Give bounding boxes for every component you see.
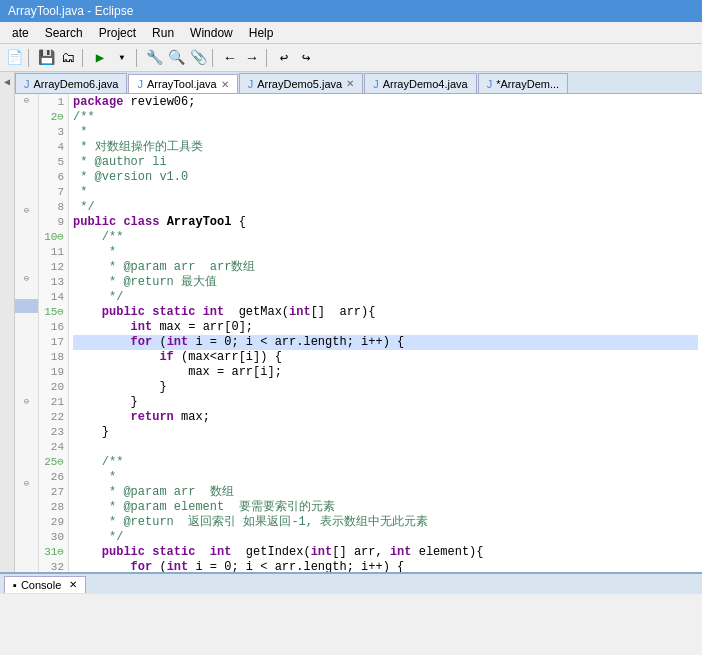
toolbar-run-dropdown[interactable]: ▼ <box>112 48 132 68</box>
code-line-7: * <box>73 185 698 200</box>
code-line-1: package review06; <box>73 95 698 110</box>
ln-19: 19 <box>43 365 64 380</box>
tab-icon-arraytool: J <box>137 78 143 90</box>
ln-17: 17 <box>43 335 64 350</box>
toolbar-save-all[interactable]: 🗂 <box>58 48 78 68</box>
code-line-25: /** <box>73 455 698 470</box>
menu-help[interactable]: Help <box>241 24 282 42</box>
console-close[interactable]: ✕ <box>69 579 77 590</box>
toolbar-redo[interactable]: ↪ <box>296 48 316 68</box>
tab-icon-arraydemo5: J <box>248 78 254 90</box>
gutter-25 <box>15 504 39 518</box>
tab-close-arraytool[interactable]: ✕ <box>221 79 229 90</box>
ln-13: 13 <box>43 275 64 290</box>
code-line-26: * <box>73 470 698 485</box>
toolbar-sep3 <box>136 49 140 67</box>
tab-arraydemo4[interactable]: J ArrayDemo4.java <box>364 73 476 93</box>
toolbar-save[interactable]: 💾 <box>36 48 56 68</box>
code-line-3: * <box>73 125 698 140</box>
gutter-fold-15[interactable]: ⊖ <box>15 272 39 286</box>
gutter-9 <box>15 231 39 245</box>
menu-run[interactable]: Run <box>144 24 182 42</box>
gutter-fold-25[interactable]: ⊖ <box>15 394 39 408</box>
gutter-12 <box>15 285 39 299</box>
code-line-28: * @param element 要需要索引的元素 <box>73 500 698 515</box>
tab-arraydemo-more[interactable]: J *ArrayDem... <box>478 73 568 93</box>
ln-26: 26 <box>43 470 64 485</box>
code-line-15: public static int getMax(int[] arr){ <box>73 305 698 320</box>
tab-close-arraydemo5[interactable]: ✕ <box>346 78 354 89</box>
tab-icon-more: J <box>487 78 493 90</box>
code-line-9: public class ArrayTool { <box>73 215 698 230</box>
ln-27: 27 <box>43 485 64 500</box>
toolbar-btn3[interactable]: 📎 <box>188 48 208 68</box>
tab-label-arraydemo5: ArrayDemo5.java <box>257 78 342 90</box>
gutter-highlight-17 <box>15 299 39 313</box>
ln-10: 10⊖ <box>43 230 64 245</box>
gutter-20 <box>15 422 39 436</box>
ln-24: 24 <box>43 440 64 455</box>
menu-window[interactable]: Window <box>182 24 241 42</box>
code-line-24 <box>73 440 698 455</box>
code-editor[interactable]: package review06; /** * * 对数组操作的工具类 * @a… <box>69 94 702 572</box>
code-line-32: for (int i = 0; i < arr.length; i++) { <box>73 560 698 572</box>
ln-15: 15⊖ <box>43 305 64 320</box>
tab-arraytool[interactable]: J ArrayTool.java ✕ <box>128 74 237 94</box>
gutter-3 <box>15 135 39 149</box>
ln-6: 6 <box>43 170 64 185</box>
toolbar-sep4 <box>212 49 216 67</box>
code-line-29: * @return 返回索引 如果返回-1, 表示数组中无此元素 <box>73 515 698 530</box>
toolbar-fwd[interactable]: → <box>242 48 262 68</box>
ln-8: 8 <box>43 200 64 215</box>
ln-7: 7 <box>43 185 64 200</box>
menu-ate[interactable]: ate <box>4 24 37 42</box>
tab-arraydemo5[interactable]: J ArrayDemo5.java ✕ <box>239 73 363 93</box>
ln-22: 22 <box>43 410 64 425</box>
ln-12: 12 <box>43 260 64 275</box>
toolbar-sep5 <box>266 49 270 67</box>
gutter-27 <box>15 531 39 545</box>
code-line-17: for (int i = 0; i < arr.length; i++) { <box>73 335 698 350</box>
toolbar-btn2[interactable]: 🔍 <box>166 48 186 68</box>
sidebar-collapse-arrow[interactable]: ◀ <box>4 72 10 92</box>
tab-label-arraydemo6: ArrayDemo6.java <box>34 78 119 90</box>
code-line-19: max = arr[i]; <box>73 365 698 380</box>
console-icon: ▪ <box>13 579 17 591</box>
toolbar-btn1[interactable]: 🔧 <box>144 48 164 68</box>
toolbar-new[interactable]: 📄 <box>4 48 24 68</box>
code-line-2: /** <box>73 110 698 125</box>
ln-23: 23 <box>43 425 64 440</box>
ln-16: 16 <box>43 320 64 335</box>
toolbar-undo[interactable]: ↩ <box>274 48 294 68</box>
ln-9: 9 <box>43 215 64 230</box>
menu-search[interactable]: Search <box>37 24 91 42</box>
gutter-fold-31[interactable]: ⊖ <box>15 476 39 490</box>
ln-14: 14 <box>43 290 64 305</box>
menu-project[interactable]: Project <box>91 24 144 42</box>
code-line-23: } <box>73 425 698 440</box>
code-line-27: * @param arr 数组 <box>73 485 698 500</box>
ln-11: 11 <box>43 245 64 260</box>
ln-5: 5 <box>43 155 64 170</box>
toolbar-run[interactable]: ▶ <box>90 48 110 68</box>
editor-area: J ArrayDemo6.java J ArrayTool.java ✕ J A… <box>15 72 702 572</box>
code-line-10: /** <box>73 230 698 245</box>
code-line-13: * @return 最大值 <box>73 275 698 290</box>
tab-arraydemo6[interactable]: J ArrayDemo6.java <box>15 73 127 93</box>
code-line-5: * @author li <box>73 155 698 170</box>
ln-20: 20 <box>43 380 64 395</box>
gutter-23 <box>15 463 39 477</box>
ln-29: 29 <box>43 515 64 530</box>
code-line-21: } <box>73 395 698 410</box>
ln-2: 2⊖ <box>43 110 64 125</box>
gutter-fold-10[interactable]: ⊖ <box>15 203 39 217</box>
gutter-21 <box>15 435 39 449</box>
code-line-6: * @version v1.0 <box>73 170 698 185</box>
gutter-fold-2[interactable]: ⊖ <box>15 94 39 108</box>
sidebar: ◀ <box>0 72 15 572</box>
gutter-15 <box>15 340 39 354</box>
toolbar-back[interactable]: ← <box>220 48 240 68</box>
console-tab[interactable]: ▪ Console ✕ <box>4 576 86 593</box>
tabs-row: J ArrayDemo6.java J ArrayTool.java ✕ J A… <box>15 72 702 94</box>
ln-21: 21 <box>43 395 64 410</box>
